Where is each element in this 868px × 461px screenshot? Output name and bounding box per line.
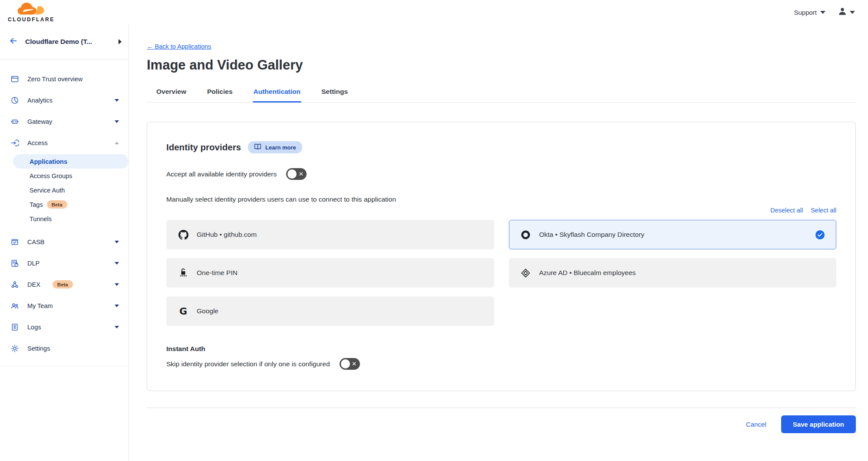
- sidebar-item-label: Zero Trust overview: [27, 76, 83, 83]
- sidebar-item-settings[interactable]: Settings: [0, 338, 129, 359]
- sidebar-item-access[interactable]: Access: [0, 132, 129, 153]
- padlock-pin-icon: ****: [178, 268, 188, 278]
- azure-ad-icon: [521, 268, 531, 278]
- instant-auth-toggle[interactable]: ✕: [340, 358, 360, 370]
- pie-chart-icon: [10, 96, 19, 105]
- sidebar-item-casb[interactable]: CASB: [0, 231, 129, 252]
- chevron-down-icon: [115, 326, 119, 328]
- sidebar-item-applications[interactable]: Applications: [13, 154, 129, 169]
- okta-icon: [521, 230, 531, 240]
- chevron-down-icon: [115, 241, 119, 243]
- book-icon: [254, 143, 261, 151]
- sidebar-item-access-groups[interactable]: Access Groups: [0, 169, 129, 183]
- tab-bar: Overview Policies Authentication Setting…: [147, 84, 856, 103]
- provider-grid: GitHub • github.com Okta • Skyflash Comp…: [166, 220, 836, 326]
- accept-all-toggle[interactable]: ✕: [286, 168, 307, 180]
- beta-badge: Beta: [53, 280, 73, 289]
- account-switcher: Cloudflare Demo (T...: [0, 24, 129, 60]
- provider-label: One-time PIN: [197, 269, 238, 277]
- sidebar-item-analytics[interactable]: Analytics: [0, 90, 129, 111]
- sidebar-item-my-team[interactable]: My Team: [0, 295, 129, 316]
- page-title: Image and Video Gallery: [147, 57, 856, 73]
- identity-providers-card: Identity providers Learn more Accept all…: [147, 122, 856, 391]
- sidebar: Cloudflare Demo (T... Zero Trust overvie…: [0, 24, 129, 461]
- document-lock-icon: [10, 259, 19, 268]
- beta-badge: Beta: [47, 200, 67, 209]
- chevron-down-icon: [115, 120, 119, 123]
- provider-one-time-pin[interactable]: **** One-time PIN: [166, 258, 494, 288]
- provider-github[interactable]: GitHub • github.com: [166, 220, 494, 249]
- cloudflare-cloud-icon: [17, 2, 45, 17]
- sidebar-item-zero-trust-overview[interactable]: Zero Trust overview: [0, 68, 129, 90]
- sidebar-item-label: Tags: [30, 201, 43, 208]
- github-icon: [178, 230, 188, 240]
- people-icon: [10, 302, 19, 310]
- sidebar-item-label: Service Auth: [30, 187, 65, 194]
- chevron-up-icon: [115, 142, 119, 144]
- gear-icon: [10, 344, 19, 353]
- sidebar-item-label: Analytics: [27, 97, 53, 104]
- chevron-right-icon[interactable]: [119, 39, 122, 44]
- learn-more-badge[interactable]: Learn more: [248, 141, 302, 153]
- save-application-button[interactable]: Save application: [781, 415, 856, 433]
- chevron-down-icon: [115, 262, 119, 265]
- chevron-down-icon: [115, 305, 119, 307]
- user-icon: [838, 7, 847, 18]
- sidebar-divider: [0, 366, 129, 366]
- sidebar-item-label: DLP: [27, 260, 40, 267]
- select-all-link[interactable]: Select all: [811, 207, 836, 214]
- provider-label: Azure AD • Bluecalm employees: [539, 269, 636, 277]
- chevron-down-icon: [115, 283, 119, 286]
- selected-check-icon: [815, 230, 825, 239]
- deselect-all-link[interactable]: Deselect all: [770, 207, 803, 214]
- sidebar-item-logs[interactable]: Logs: [0, 316, 129, 338]
- sidebar-item-tags[interactable]: Tags Beta: [0, 197, 129, 212]
- gateway-icon: [10, 117, 19, 126]
- inbox-check-icon: [10, 238, 19, 246]
- network-nodes-icon: [10, 280, 19, 289]
- sidebar-item-tunnels[interactable]: Tunnels: [0, 212, 129, 226]
- tab-authentication[interactable]: Authentication: [253, 84, 302, 102]
- tab-policies[interactable]: Policies: [206, 84, 234, 102]
- sidebar-item-label: Tunnels: [30, 216, 52, 222]
- toggle-x-icon: ✕: [299, 171, 304, 177]
- manual-select-label: Manually select identity providers users…: [166, 196, 836, 203]
- tab-settings[interactable]: Settings: [320, 84, 349, 102]
- instant-auth-label: Skip identity provider selection if only…: [166, 360, 330, 368]
- chevron-down-icon: [115, 99, 119, 102]
- sidebar-item-dlp[interactable]: DLP: [0, 252, 129, 274]
- tab-overview[interactable]: Overview: [155, 84, 187, 102]
- sidebar-item-label: Logs: [27, 324, 41, 331]
- support-menu[interactable]: Support: [794, 9, 825, 16]
- sidebar-item-label: CASB: [27, 239, 45, 245]
- sidebar-item-label: Access Groups: [30, 172, 72, 179]
- user-menu[interactable]: [838, 7, 855, 18]
- cloudflare-logo[interactable]: CLOUDFLARE: [8, 2, 55, 22]
- provider-okta[interactable]: Okta • Skyflash Company Directory: [509, 220, 837, 249]
- sidebar-nav: Zero Trust overview Analytics Gateway: [0, 60, 129, 366]
- top-header: CLOUDFLARE Support: [0, 0, 868, 24]
- sidebar-item-label: Settings: [27, 345, 50, 352]
- sidebar-item-label: DEX: [27, 281, 40, 288]
- login-arrow-icon: [10, 139, 19, 147]
- sidebar-item-service-auth[interactable]: Service Auth: [0, 183, 129, 197]
- provider-label: Google: [197, 307, 218, 315]
- cancel-button[interactable]: Cancel: [746, 421, 766, 428]
- chevron-down-icon: [850, 11, 855, 14]
- provider-google[interactable]: G Google: [166, 296, 494, 326]
- toggle-x-icon: ✕: [352, 361, 356, 367]
- svg-text:****: ****: [180, 275, 188, 278]
- provider-azure-ad[interactable]: Azure AD • Bluecalm employees: [509, 258, 837, 288]
- sidebar-item-label: Access: [27, 139, 48, 146]
- account-name: Cloudflare Demo (T...: [25, 38, 112, 46]
- browser-window-icon: [10, 75, 19, 83]
- sidebar-item-dex[interactable]: DEX Beta: [0, 274, 129, 295]
- document-lines-icon: [10, 323, 19, 332]
- form-footer: Cancel Save application: [147, 408, 856, 433]
- back-to-applications-link[interactable]: ← Back to Applications: [147, 43, 211, 50]
- access-submenu: Applications Access Groups Service Auth …: [0, 153, 129, 231]
- sidebar-item-gateway[interactable]: Gateway: [0, 111, 129, 132]
- learn-more-label: Learn more: [265, 144, 296, 151]
- back-arrow-icon[interactable]: [9, 36, 18, 47]
- google-g-icon: G: [178, 306, 188, 317]
